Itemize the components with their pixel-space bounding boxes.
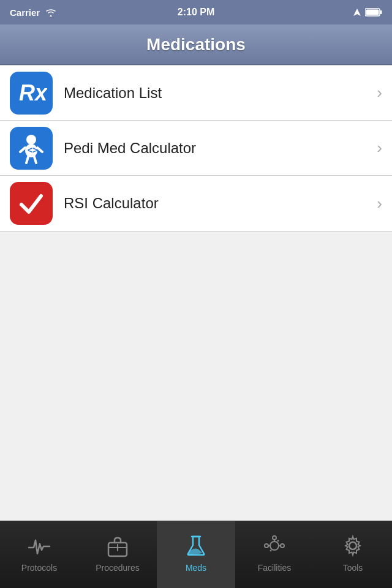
svg-text:Rx: Rx	[19, 80, 47, 105]
chevron-icon-2: ›	[377, 194, 382, 213]
svg-line-7	[20, 148, 25, 152]
checkmark-icon	[15, 187, 47, 219]
tab-procedures[interactable]: Procedures	[78, 521, 157, 588]
tab-protocols[interactable]: Protocols	[0, 521, 78, 588]
svg-point-20	[265, 544, 268, 548]
tab-tools[interactable]: Tools	[314, 521, 392, 588]
tab-facilities[interactable]: Facilities	[235, 521, 314, 588]
rx-icon-container: Rx	[10, 72, 53, 115]
rx-icon: Rx	[15, 77, 47, 109]
tab-bar: Protocols Procedures	[0, 521, 392, 588]
status-time: 2:10 PM	[178, 7, 214, 18]
main-content	[0, 232, 392, 522]
chevron-icon-1: ›	[377, 138, 382, 157]
location-icon	[353, 8, 361, 17]
pedi-med-calculator-item[interactable]: <> Pedi Med Calculator ›	[0, 121, 392, 176]
pedi-med-label: Pedi Med Calculator	[64, 140, 377, 157]
status-right	[353, 8, 382, 17]
protocols-icon	[26, 532, 53, 559]
pedi-icon: <>	[15, 132, 47, 164]
tab-meds-label: Meds	[186, 563, 206, 573]
tab-tools-label: Tools	[343, 563, 363, 573]
meds-icon	[183, 532, 209, 559]
menu-list: Rx Medication List › <> Pedi Med Ca	[0, 65, 392, 232]
tools-icon	[339, 532, 366, 559]
status-left: Carrier	[10, 7, 57, 18]
svg-point-19	[281, 544, 284, 548]
procedures-icon	[104, 532, 131, 559]
svg-marker-0	[353, 9, 361, 16]
rsi-calculator-item[interactable]: RSI Calculator ›	[0, 176, 392, 231]
svg-line-9	[26, 157, 28, 163]
svg-point-18	[273, 536, 276, 540]
tab-facilities-label: Facilities	[258, 563, 291, 573]
chevron-icon-0: ›	[377, 83, 382, 102]
battery-icon	[365, 8, 382, 17]
nav-header: Medications	[0, 24, 392, 65]
svg-text:<>: <>	[28, 145, 37, 155]
wifi-icon	[45, 8, 57, 17]
rsi-label: RSI Calculator	[64, 195, 377, 212]
medication-list-label: Medication List	[64, 85, 377, 102]
svg-point-17	[270, 541, 279, 550]
svg-rect-2	[380, 10, 382, 14]
status-bar: Carrier 2:10 PM	[0, 0, 392, 24]
tab-meds[interactable]: Meds	[157, 521, 235, 588]
svg-point-5	[26, 135, 36, 145]
svg-point-28	[349, 542, 356, 549]
tab-procedures-label: Procedures	[96, 563, 140, 573]
svg-line-8	[37, 148, 42, 152]
facilities-icon	[261, 532, 288, 559]
medication-list-item[interactable]: Rx Medication List ›	[0, 66, 392, 121]
page-title: Medications	[146, 35, 246, 55]
carrier-label: Carrier	[10, 7, 40, 18]
svg-line-10	[34, 157, 36, 163]
svg-rect-3	[366, 10, 379, 15]
pedi-icon-container: <>	[10, 127, 53, 170]
tab-protocols-label: Protocols	[21, 563, 57, 573]
rsi-icon-container	[10, 182, 53, 225]
